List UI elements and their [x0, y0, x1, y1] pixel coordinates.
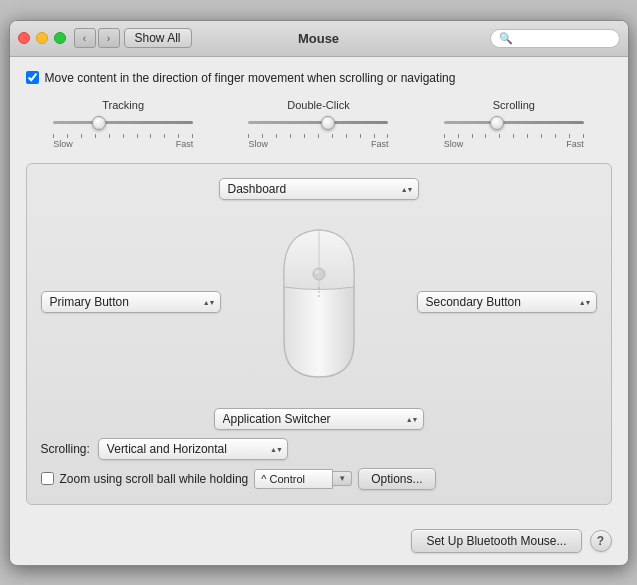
tracking-label: Tracking — [102, 99, 144, 111]
tracking-slider-line — [53, 121, 193, 124]
scroll-checkbox-label: Move content in the direction of finger … — [45, 71, 456, 85]
nav-back-button[interactable]: ‹ — [74, 28, 96, 48]
doubleclick-ticks — [248, 132, 388, 138]
zoom-modifier-wrapper: ^ Control ⌥ Option ⌘ Command ▼ — [254, 469, 352, 489]
scrolling-direction-select[interactable]: Vertical and Horizontal Vertical Only — [98, 438, 288, 460]
close-button[interactable] — [18, 32, 30, 44]
tracking-slider-track — [53, 115, 193, 131]
scrolling-direction-row: Scrolling: Vertical and Horizontal Verti… — [41, 438, 597, 460]
main-window: ‹ › Show All Mouse 🔍 Move content in the… — [9, 20, 629, 566]
scrolling-slider-label: Scrolling — [493, 99, 535, 111]
content-area: Move content in the direction of finger … — [10, 57, 628, 519]
svg-point-2 — [315, 270, 319, 274]
doubleclick-label: Double-Click — [287, 99, 349, 111]
search-icon: 🔍 — [499, 32, 513, 45]
scrolling-direction-wrapper: Vertical and Horizontal Vertical Only — [98, 438, 288, 460]
scrolling-speed-marks: Slow Fast — [444, 139, 584, 149]
zoom-checkbox[interactable] — [41, 472, 54, 485]
tracking-slider-thumb[interactable] — [92, 116, 106, 130]
show-all-button[interactable]: Show All — [124, 28, 192, 48]
mouse-graphic — [274, 222, 364, 382]
primary-button-select[interactable]: Primary Button Secondary Button Mission … — [41, 291, 221, 313]
app-switcher-select[interactable]: Application Switcher Mission Control Non… — [214, 408, 424, 430]
app-switcher-row: Application Switcher Mission Control Non… — [41, 408, 597, 430]
secondary-button-wrapper: Secondary Button Primary Button Mission … — [417, 291, 597, 313]
doubleclick-slider-group: Double-Click Slow Fast — [221, 99, 416, 149]
scrolling-slider-group: Scrolling Slow Fast — [416, 99, 611, 149]
titlebar: ‹ › Show All Mouse 🔍 — [10, 21, 628, 57]
options-button[interactable]: Options... — [358, 468, 435, 490]
tracking-fast-label: Fast — [176, 139, 194, 149]
tracking-ticks — [53, 132, 193, 138]
footer: Set Up Bluetooth Mouse... ? — [10, 519, 628, 565]
zoom-label: Zoom using scroll ball while holding — [60, 472, 249, 486]
secondary-select-wrapper: Secondary Button Primary Button Mission … — [417, 291, 597, 313]
tracking-slow-label: Slow — [53, 139, 73, 149]
dashboard-row: Dashboard Mission Control Exposé None — [41, 178, 597, 200]
doubleclick-marks: Slow Fast — [248, 139, 388, 149]
minimize-button[interactable] — [36, 32, 48, 44]
scrolling-slider-thumb[interactable] — [490, 116, 504, 130]
scrolling-direction-label: Scrolling: — [41, 442, 90, 456]
mouse-image — [259, 212, 379, 392]
mouse-panel: Dashboard Mission Control Exposé None Pr… — [26, 163, 612, 505]
zoom-dropdown-button[interactable]: ▼ — [333, 471, 352, 486]
doubleclick-slow-label: Slow — [248, 139, 268, 149]
search-box[interactable]: 🔍 — [490, 29, 620, 48]
dashboard-select-wrapper: Dashboard Mission Control Exposé None — [219, 178, 419, 200]
window-title: Mouse — [298, 31, 339, 46]
tracking-marks: Slow Fast — [53, 139, 193, 149]
primary-button-wrapper: Primary Button Secondary Button Mission … — [41, 291, 221, 313]
zoom-row: Zoom using scroll ball while holding ^ C… — [41, 468, 597, 490]
scrolling-slider-track — [444, 115, 584, 131]
nav-forward-button[interactable]: › — [98, 28, 120, 48]
mouse-layout: Primary Button Secondary Button Mission … — [41, 212, 597, 392]
scroll-checkbox[interactable] — [26, 71, 39, 84]
zoom-modifier-select[interactable]: ^ Control ⌥ Option ⌘ Command — [254, 469, 333, 489]
doubleclick-fast-label: Fast — [371, 139, 389, 149]
maximize-button[interactable] — [54, 32, 66, 44]
svg-point-1 — [313, 268, 325, 280]
scrolling-slider-line — [444, 121, 584, 124]
dashboard-select[interactable]: Dashboard Mission Control Exposé None — [219, 178, 419, 200]
tracking-slider-group: Tracking Slow Fast — [26, 99, 221, 149]
primary-select-wrapper: Primary Button Secondary Button Mission … — [41, 291, 221, 313]
scrolling-ticks — [444, 132, 584, 138]
scrolling-fast-label: Fast — [566, 139, 584, 149]
scrolling-slow-label: Slow — [444, 139, 464, 149]
bluetooth-button[interactable]: Set Up Bluetooth Mouse... — [411, 529, 581, 553]
doubleclick-slider-line — [248, 121, 388, 124]
doubleclick-slider-track — [248, 115, 388, 131]
search-input[interactable] — [517, 32, 611, 44]
app-switcher-wrapper: Application Switcher Mission Control Non… — [214, 408, 424, 430]
scroll-checkbox-row: Move content in the direction of finger … — [26, 71, 612, 85]
sliders-section: Tracking Slow Fast Double-Cli — [26, 99, 612, 149]
doubleclick-slider-thumb[interactable] — [321, 116, 335, 130]
bottom-section: Application Switcher Mission Control Non… — [41, 408, 597, 490]
nav-buttons: ‹ › — [74, 28, 120, 48]
traffic-lights — [18, 32, 66, 44]
help-button[interactable]: ? — [590, 530, 612, 552]
secondary-button-select[interactable]: Secondary Button Primary Button Mission … — [417, 291, 597, 313]
